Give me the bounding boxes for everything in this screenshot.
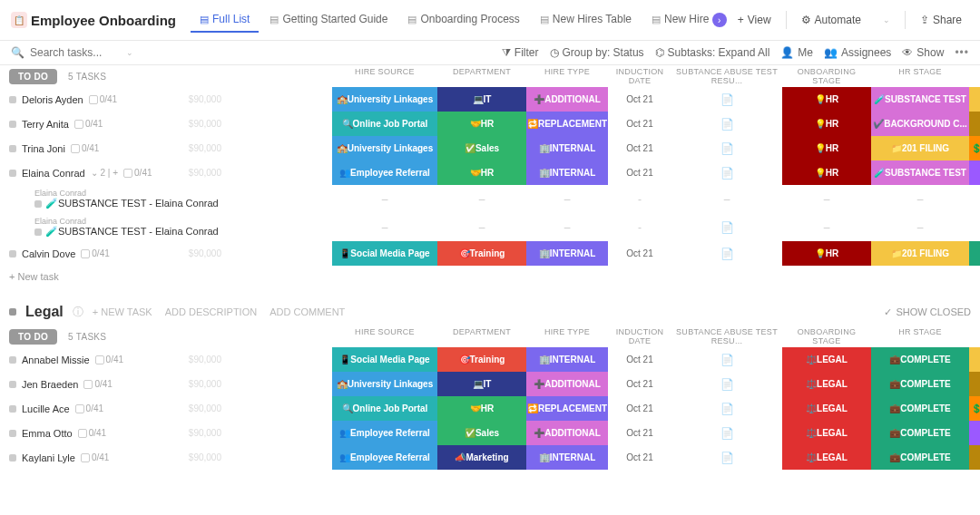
status-dot[interactable] [9,356,16,364]
hire-source-cell[interactable]: 🔍Online Job Portal [332,396,437,421]
onboarding-stage-cell[interactable]: 💡HR [782,87,871,112]
doc-cell[interactable]: 📄 [671,213,782,241]
legal-stage-cell[interactable]: 📄TAX DOCUMENTS [969,372,980,396]
share-button[interactable]: ⇪Share [913,10,969,30]
status-dot[interactable] [9,405,16,413]
legal-stage-cell[interactable]: 💲PAYROLL ENROLLMENT [969,136,980,160]
doc-cell[interactable]: 📄 [671,396,782,421]
hire-source-cell[interactable]: 👥Employee Referral [332,160,437,185]
hire-source-cell[interactable]: 🏫University Linkages [332,136,437,160]
doc-cell[interactable]: 📄 [671,372,782,396]
subtask-expand[interactable]: ⌄ 2 | + [91,168,118,178]
info-icon[interactable]: ⓘ [73,305,83,320]
hire-type-cell[interactable]: 🔁REPLACEMENT [526,112,608,136]
table-row[interactable]: Emma Otto 0/41 $90,000 👥Employee Referra… [0,421,980,445]
task-name-cell[interactable]: Elaina Conrad 🧪SUBSTANCE TEST - Elaina C… [0,185,227,213]
me-button[interactable]: 👤Me [780,46,813,59]
department-cell[interactable]: 🎯Training [437,241,526,266]
hr-stage-cell[interactable]: 📁201 FILING [871,136,969,160]
date-cell[interactable]: Oct 21 [608,87,671,112]
onboarding-stage-cell[interactable]: 💡HR [782,112,871,136]
new-task-button[interactable]: + New task [0,266,980,287]
group-action[interactable]: ADD COMMENT [270,306,345,317]
table-row[interactable]: Terry Anita 0/41 $90,000 🔍Online Job Por… [0,112,980,136]
date-cell[interactable]: Oct 21 [608,241,671,266]
date-cell[interactable]: Oct 21 [608,396,671,421]
legal-stage-cell[interactable]: ✨BENEFITS [969,421,980,445]
doc-cell[interactable]: 📄 [671,445,782,470]
legal-stage-cell[interactable]: 💼COMPLETE [969,241,980,266]
onboarding-stage-cell[interactable]: ⚖️LEGAL [782,372,871,396]
tab-new-hires-table[interactable]: ▤New Hires Table [531,7,641,33]
hire-type-cell[interactable]: 🏢INTERNAL [526,241,608,266]
column-header[interactable]: SUBTANCE ABUSE TEST RESU... [671,327,782,345]
show-closed-button[interactable]: ✓SHOW CLOSED [884,306,971,318]
task-name-cell[interactable]: Lucille Ace 0/41 $90,000 [0,396,227,421]
hire-type-cell[interactable]: 🏢INTERNAL [526,347,608,372]
status-pill[interactable]: TO DO [9,329,57,345]
hire-type-cell[interactable]: 🏢INTERNAL [526,136,608,160]
doc-cell[interactable]: 📄 [671,241,782,266]
task-name-cell[interactable]: Trina Joni 0/41 $90,000 [0,136,227,160]
task-name-cell[interactable]: Terry Anita 0/41 $90,000 [0,112,227,136]
column-header[interactable]: SUBTANCE ABUSE TEST RESU... [671,67,782,85]
doc-cell[interactable]: 📄 [671,136,782,160]
onboarding-stage-cell[interactable]: ⚖️LEGAL [782,396,871,421]
tab-full-list[interactable]: ▤Full List [191,7,259,33]
task-name-cell[interactable]: Elaina Conrad ⌄ 2 | + 0/41 $90,000 [0,160,227,185]
column-header[interactable]: HR STAGE [871,67,969,85]
date-cell[interactable]: Oct 21 [608,372,671,396]
onboarding-stage-cell[interactable]: 💡HR [782,160,871,185]
table-subrow[interactable]: Elaina Conrad 🧪SUBSTANCE TEST - Elaina C… [0,185,980,213]
table-row[interactable]: Lucille Ace 0/41 $90,000 🔍Online Job Por… [0,396,980,421]
hr-stage-cell[interactable]: 💼COMPLETE [871,347,969,372]
table-row[interactable]: Calvin Dove 0/41 $90,000 📱Social Media P… [0,241,980,266]
status-pill[interactable]: TO DO [9,69,57,84]
department-cell[interactable]: 📣Marketing [437,445,526,470]
filter-button[interactable]: ⧩Filter [502,46,539,59]
group-action[interactable]: + NEW TASK [93,306,152,317]
more-tabs-button[interactable]: › [712,13,727,27]
tab-getting-started-guide[interactable]: ▤Getting Started Guide [260,7,397,33]
onboarding-stage-cell[interactable]: ⚖️LEGAL [782,445,871,470]
show-button[interactable]: 👁Show [902,46,944,59]
hire-source-cell[interactable]: 🔍Online Job Portal [332,112,437,136]
column-header[interactable]: HIRE SOURCE [332,67,437,85]
status-dot[interactable] [9,454,16,462]
department-cell[interactable]: 🤝HR [437,396,526,421]
group-status-dot[interactable] [9,308,16,316]
table-subrow[interactable]: Elaina Conrad 🧪SUBSTANCE TEST - Elaina C… [0,213,980,241]
assignees-button[interactable]: 👥Assignees [824,46,891,59]
task-name-cell[interactable]: Kaylani Lyle 0/41 $90,000 [0,445,227,470]
chevron-down-icon[interactable]: ⌄ [126,48,133,57]
date-cell[interactable]: Oct 21 [608,421,671,445]
date-cell[interactable]: Oct 21 [608,160,671,185]
date-cell[interactable]: Oct 21 [608,136,671,160]
hr-stage-cell[interactable]: 🧪SUBSTANCE TEST [871,160,969,185]
column-header[interactable]: LEGAL STAGE [969,327,980,345]
doc-cell[interactable]: – [671,185,782,213]
legal-stage-cell[interactable]: 📝CONTRACT [969,347,980,372]
department-cell[interactable]: 🎯Training [437,347,526,372]
column-header[interactable]: LEGAL STAGE [969,67,980,85]
hire-type-cell[interactable]: 🏢INTERNAL [526,445,608,470]
subtasks-button[interactable]: ⌬Subtasks: Expand All [655,46,770,59]
hire-type-cell[interactable]: ➕ADDITIONAL [526,87,608,112]
legal-stage-cell[interactable]: 💲PAYROLL ENROLLMENT [969,396,980,421]
task-name-cell[interactable]: Elaina Conrad 🧪SUBSTANCE TEST - Elaina C… [0,213,227,241]
date-cell[interactable]: Oct 21 [608,445,671,470]
status-dot[interactable] [9,430,16,437]
hire-source-cell[interactable]: 📱Social Media Page [332,241,437,266]
status-dot[interactable] [9,381,16,388]
doc-cell[interactable]: 📄 [671,347,782,372]
legal-stage-cell[interactable]: 📄TAX DOCUMENTS [969,112,980,136]
hr-stage-cell[interactable]: 💼COMPLETE [871,445,969,470]
column-header[interactable]: INDUCTION DATE [608,67,671,85]
search-input[interactable] [30,46,121,59]
status-dot[interactable] [9,250,16,258]
department-cell[interactable]: 💻IT [437,87,526,112]
date-cell[interactable]: Oct 21 [608,347,671,372]
hire-type-cell[interactable]: ➕ADDITIONAL [526,421,608,445]
hr-stage-cell[interactable]: 🧪SUBSTANCE TEST [871,87,969,112]
legal-stage-cell[interactable]: 📄TAX DOCUMENTS [969,445,980,470]
